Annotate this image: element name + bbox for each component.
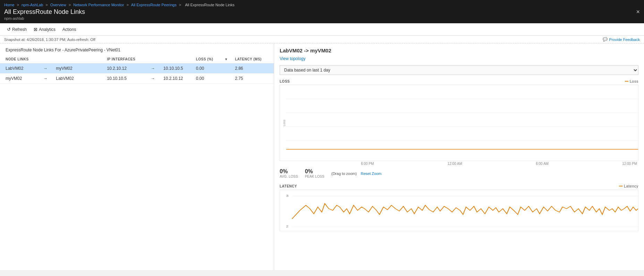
loss-legend: Loss [625,79,638,83]
provide-feedback-link[interactable]: 💬 Provide Feedback [603,37,640,42]
loss-stats-row: 0% AVG. LOSS 0% PEAK LOSS (Drag to zoom)… [280,168,638,178]
refresh-button[interactable]: ↺ Refresh [4,25,29,33]
cell-arrow2: → [148,74,161,84]
latency-legend: Latency [619,184,638,188]
section-title: ExpressRoute Node Links For - AzurePriva… [0,48,274,55]
col-sort-icon: ▾ [222,55,232,64]
col-ip-interfaces: IP INTERFACES [104,55,148,64]
loss-chart-container: Loss [280,85,638,161]
table-row[interactable]: LabVM02 → myVM02 10.2.10.12 → 10.10.10.5… [0,64,274,74]
loss-legend-dot [625,81,628,82]
toolbar: ↺ Refresh ⊠ Analytics Actions [0,23,644,36]
close-button[interactable]: × [636,9,640,15]
cell-loss: 0.00 [193,64,223,74]
cell-ip2: 10.2.10.12 [161,74,193,84]
cell-node1: LabVM02 [0,64,41,74]
cell-loss: 0.00 [193,74,223,84]
loss-y-label: Loss [282,119,286,126]
detail-title: LabVM02 -> myVM02 [280,48,638,53]
cell-arrow2: → [148,64,161,74]
breadcrumb-home[interactable]: Home [4,3,14,7]
table-row[interactable]: myVM02 → LabVM02 10.10.10.5 → 10.2.10.12… [0,74,274,84]
avg-loss-label: AVG. LOSS [280,175,298,178]
view-topology-link[interactable]: View topology [280,56,306,61]
actions-button[interactable]: Actions [60,26,79,33]
col-node-links-arrow [41,55,53,64]
cell-latency: 2.75 [232,74,274,84]
svg-text:3: 3 [286,194,288,198]
cell-spacer [83,74,104,84]
loss-x-label-2: 6:00 PM [361,162,374,166]
breadcrumb-overview[interactable]: Overview [50,3,66,7]
cell-arrow1: → [41,74,53,84]
loss-x-label-4: 6:00 AM [536,162,549,166]
peak-loss-value: 0% [305,168,324,175]
feedback-icon: 💬 [603,37,608,42]
reset-zoom-link[interactable]: Reset Zoom [361,172,381,176]
col-loss: LOSS (%) [193,55,223,64]
latency-legend-dot [619,186,622,186]
cell-node2: LabVM02 [53,74,83,84]
loss-x-label-3: 12:00 AM [448,162,462,166]
col-node-links: NODE LINKS [0,55,41,64]
latency-label-text: LATENCY [280,184,297,188]
drag-zoom-info: (Drag to zoom) Reset Zoom [331,171,382,176]
cell-ip1: 10.2.10.12 [104,64,148,74]
sort-down-icon: ▾ [225,57,227,61]
cell-sort [222,64,232,74]
col-ip2 [161,55,193,64]
col-latency: LATENCY (MS) [232,55,274,64]
breadcrumb-npm[interactable]: npm-AshLab [22,3,43,7]
latency-legend-text: Latency [624,184,638,188]
title-bar: Home > npm-AshLab > Overview > Network P… [0,0,644,23]
cell-latency: 2.86 [232,64,274,74]
breadcrumb: Home > npm-AshLab > Overview > Network P… [4,3,236,8]
analytics-button[interactable]: ⊠ Analytics [31,25,58,33]
snapshot-bar: Snapshot at: 4/26/2018, 1:30:37 PM; Auto… [0,36,644,43]
page-subtitle: npm-ashlab [4,16,236,20]
loss-label-text: LOSS [280,80,290,83]
refresh-label: Refresh [12,27,27,32]
main-content: ExpressRoute Node Links For - AzurePriva… [0,43,644,270]
loss-chart-section: LOSS Loss Loss [280,79,638,178]
refresh-icon: ↺ [7,27,11,32]
latency-chart-section: LATENCY Latency 3 2 [280,184,638,231]
drag-zoom-text: (Drag to zoom) [331,172,357,176]
loss-x-label-5: 12:00 PM [622,162,637,166]
svg-text:2: 2 [286,225,288,228]
breadcrumb-npm2[interactable]: Network Performance Monitor [73,3,124,7]
loss-svg [286,85,638,154]
cell-ip1: 10.10.10.5 [104,74,148,84]
col-spacer [83,55,104,64]
feedback-label: Provide Feedback [609,37,640,42]
loss-chart-label: LOSS Loss [280,79,638,83]
loss-legend-text: Loss [630,79,638,83]
peak-loss-label: PEAK LOSS [305,175,324,178]
analytics-icon: ⊠ [34,27,37,32]
avg-loss-stat: 0% AVG. LOSS [280,168,298,178]
snapshot-text: Snapshot at: 4/26/2018, 1:30:37 PM; Auto… [4,37,95,42]
latency-chart-label: LATENCY Latency [280,184,638,188]
cell-ip2: 10.10.10.5 [161,64,193,74]
cell-sort [222,74,232,84]
table-header-row: NODE LINKS IP INTERFACES LOSS (%) ▾ LATE… [0,55,274,64]
latency-svg: 3 2 [280,190,638,231]
actions-label: Actions [62,27,76,32]
cell-node2: myVM02 [53,64,83,74]
avg-loss-value: 0% [280,168,298,175]
time-range-dropdown[interactable]: Data based on last 1 dayData based on la… [280,65,638,75]
breadcrumb-peerings[interactable]: All ExpressRoute Peerings [131,3,177,7]
cell-node1: myVM02 [0,74,41,84]
col-ip-arrow [148,55,161,64]
latency-chart-container: 3 2 [280,190,638,231]
loss-chart-inner [286,85,638,161]
analytics-label: Analytics [39,27,56,32]
col-node-links-node2 [53,55,83,64]
left-panel: ExpressRoute Node Links For - AzurePriva… [0,43,274,270]
peak-loss-stat: 0% PEAK LOSS [305,168,324,178]
breadcrumb-current: All ExpressRoute Node Links [185,3,234,7]
title-bar-left: Home > npm-AshLab > Overview > Network P… [4,3,236,20]
cell-spacer [83,64,104,74]
page-title: All ExpressRoute Node Links [4,8,236,16]
cell-arrow1: → [41,64,53,74]
